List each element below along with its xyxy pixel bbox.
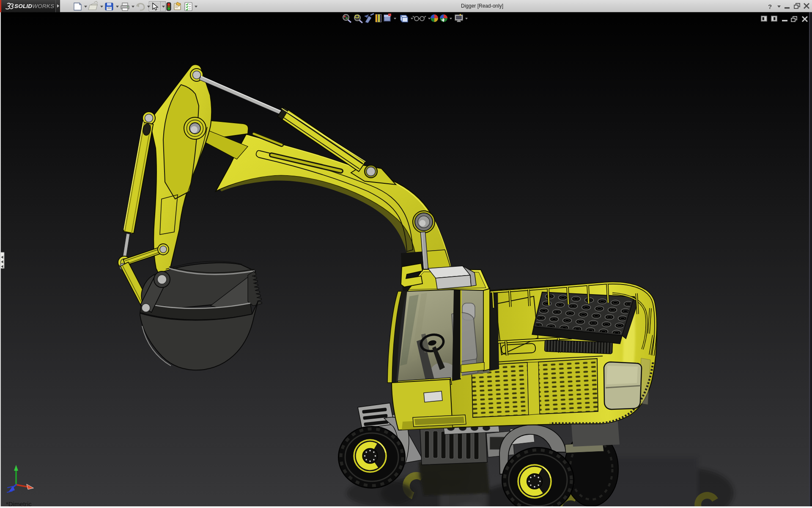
- svg-text:?: ?: [768, 3, 772, 10]
